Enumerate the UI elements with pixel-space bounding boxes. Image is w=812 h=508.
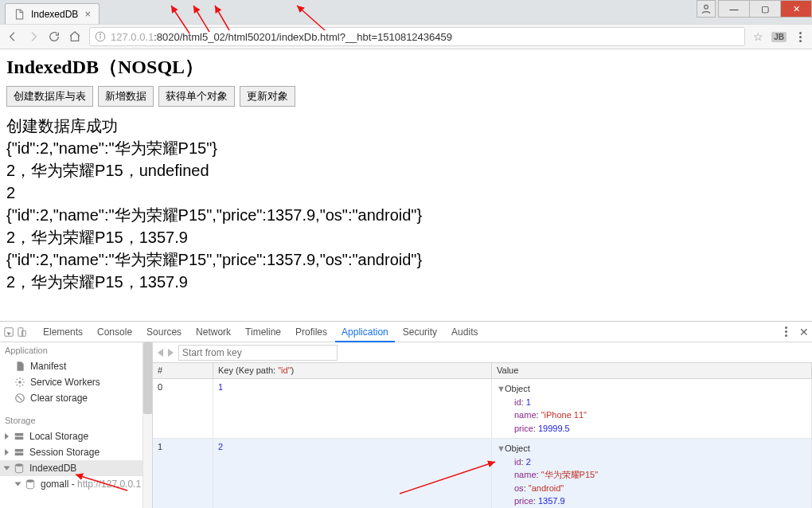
tab-audits[interactable]: Audits	[445, 322, 484, 342]
create-db-button[interactable]: 创建数据库与表	[6, 86, 93, 107]
add-data-button[interactable]: 新增数据	[98, 86, 154, 107]
log-line: {"id":2,"name":"华为荣耀P15","price":1357.9,…	[6, 248, 806, 271]
page-title: IndexedDB（NOSQL）	[6, 54, 806, 80]
log-line: 创建数据库成功	[6, 115, 806, 137]
log-line: 2	[6, 182, 806, 204]
sidebar-item-session-storage[interactable]: Session Storage	[0, 444, 152, 460]
svg-rect-17	[15, 449, 24, 452]
col-header-value[interactable]: Value	[492, 363, 812, 378]
table-row[interactable]: 0 1 ▼Object id: 1 name: "iPhone 11" pric…	[153, 379, 812, 439]
browser-tab[interactable]: IndexedDB ×	[5, 3, 100, 24]
window-minimize-button[interactable]: —	[718, 0, 750, 18]
tab-sources[interactable]: Sources	[140, 322, 188, 342]
sidebar-scrollbar[interactable]	[142, 342, 152, 508]
reload-icon[interactable]	[48, 30, 61, 43]
manifest-icon	[14, 361, 25, 372]
devtools-menu-icon[interactable]	[780, 326, 791, 337]
col-header-key[interactable]: Key (Key path: "id")	[213, 363, 492, 378]
jb-extension-icon[interactable]: JB	[771, 32, 787, 42]
sidebar-item-gomall-db[interactable]: gomall - http://127.0.0.1	[0, 476, 152, 492]
svg-point-12	[18, 381, 21, 384]
chrome-menu-icon[interactable]	[794, 32, 806, 42]
bookmark-star-icon[interactable]: ☆	[753, 30, 763, 43]
log-line: 2，华为荣耀P15，1357.9	[6, 271, 806, 293]
object-value: ▼Object id: 1 name: "iPhone 11" price: 1…	[492, 379, 812, 438]
home-icon[interactable]	[68, 30, 81, 43]
indexeddb-view: # Key (Key path: "id") Value 0 1 ▼Object…	[153, 342, 812, 508]
device-toolbar-icon[interactable]	[16, 326, 27, 338]
log-line: {"id":2,"name":"华为荣耀P15"}	[6, 137, 806, 159]
window-maximize-button[interactable]: ▢	[749, 0, 781, 18]
log-line: 2，华为荣耀P15，undefined	[6, 159, 806, 182]
svg-rect-18	[15, 453, 24, 456]
application-sidebar: Application Manifest Service Workers Cle…	[0, 342, 153, 508]
update-button[interactable]: 更新对象	[240, 86, 295, 107]
tab-security[interactable]: Security	[396, 322, 443, 342]
devtools-close-icon[interactable]: ✕	[799, 326, 809, 338]
sidebar-section-storage: Storage	[0, 412, 152, 428]
sidebar-item-service-workers[interactable]: Service Workers	[0, 374, 152, 390]
database-icon	[14, 463, 25, 474]
database-icon	[25, 479, 36, 490]
table-row[interactable]: 1 2 ▼Object id: 2 name: "华为荣耀P15" os: "a…	[153, 439, 812, 508]
storage-icon	[14, 447, 25, 458]
clear-icon	[14, 393, 25, 404]
svg-point-3	[100, 34, 100, 35]
window-close-button[interactable]: ✕	[780, 0, 812, 18]
storage-icon	[14, 431, 25, 442]
svg-line-14	[18, 396, 22, 401]
page-icon	[14, 9, 25, 20]
next-page-icon[interactable]	[168, 349, 174, 357]
get-single-button[interactable]: 获得单个对象	[158, 86, 235, 107]
log-line: {"id":2,"name":"华为荣耀P15","price":1357.9,…	[6, 204, 806, 226]
prev-page-icon[interactable]	[158, 349, 163, 357]
sidebar-item-manifest[interactable]: Manifest	[0, 358, 152, 374]
devtools-tabbar: Elements Console Sources Network Timelin…	[0, 322, 812, 342]
browser-tab-strip: IndexedDB × — ▢ ✕	[0, 0, 812, 24]
tab-network[interactable]: Network	[189, 322, 237, 342]
tab-close-icon[interactable]: ×	[84, 8, 91, 20]
tab-timeline[interactable]: Timeline	[239, 322, 287, 342]
idb-toolbar	[153, 342, 812, 363]
tab-application[interactable]: Application	[335, 322, 395, 342]
log-line: 2，华为荣耀P15，1357.9	[6, 226, 806, 248]
idb-rows: 0 1 ▼Object id: 1 name: "iPhone 11" pric…	[153, 379, 812, 508]
user-icon[interactable]	[697, 0, 716, 18]
sidebar-item-indexeddb[interactable]: IndexedDB	[0, 460, 152, 476]
sidebar-section-application: Application	[0, 342, 152, 358]
col-header-index[interactable]: #	[153, 363, 213, 378]
output-log: 创建数据库成功 {"id":2,"name":"华为荣耀P15"} 2，华为荣耀…	[6, 115, 806, 293]
inspect-element-icon[interactable]	[3, 326, 14, 338]
address-bar[interactable]: 127.0.0.1:8020/html5_02/html50201/indexD…	[89, 27, 745, 46]
svg-point-19	[15, 463, 22, 467]
object-value: ▼Object id: 2 name: "华为荣耀P15" os: "andro…	[492, 439, 812, 508]
devtools-panel: Elements Console Sources Network Timelin…	[0, 321, 812, 508]
forward-icon[interactable]	[27, 30, 40, 43]
idb-table-header: # Key (Key path: "id") Value	[153, 363, 812, 379]
svg-rect-11	[22, 330, 26, 336]
svg-rect-16	[15, 437, 24, 440]
svg-rect-15	[15, 433, 24, 436]
url-text: 127.0.0.1:8020/html5_02/html50201/indexD…	[111, 31, 452, 43]
back-icon[interactable]	[6, 30, 19, 43]
tab-console[interactable]: Console	[91, 322, 139, 342]
sidebar-item-clear-storage[interactable]: Clear storage	[0, 390, 152, 406]
gear-icon	[14, 377, 25, 388]
start-from-key-input[interactable]	[178, 345, 338, 361]
svg-point-0	[705, 5, 709, 9]
browser-toolbar: 127.0.0.1:8020/html5_02/html50201/indexD…	[0, 24, 812, 49]
tab-elements[interactable]: Elements	[37, 322, 89, 342]
tab-profiles[interactable]: Profiles	[289, 322, 334, 342]
svg-point-20	[26, 479, 33, 483]
tab-title: IndexedDB	[31, 9, 78, 20]
site-info-icon[interactable]	[95, 31, 106, 42]
sidebar-item-local-storage[interactable]: Local Storage	[0, 428, 152, 444]
page-content: IndexedDB（NOSQL） 创建数据库与表 新增数据 获得单个对象 更新对…	[0, 49, 812, 298]
